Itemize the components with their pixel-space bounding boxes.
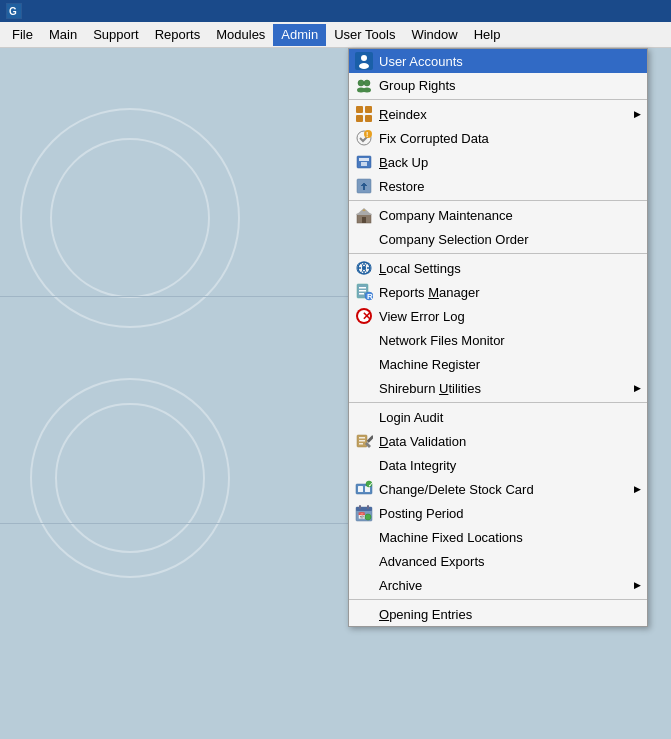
- svg-rect-33: [359, 287, 366, 289]
- svg-text:✓: ✓: [368, 482, 373, 488]
- menu-item-archive[interactable]: Archive: [349, 573, 647, 597]
- view-error-log-label: View Error Log: [379, 309, 639, 324]
- menu-item-machine-register[interactable]: Machine Register: [349, 352, 647, 376]
- menu-support[interactable]: Support: [85, 24, 147, 46]
- shireburn-utilities-label: Shireburn Utilities: [379, 381, 639, 396]
- menu-item-backup[interactable]: Back Up: [349, 150, 647, 174]
- svg-rect-53: [356, 507, 372, 511]
- archive-icon: [355, 576, 373, 594]
- watermark-circle-4: [55, 403, 205, 553]
- menu-item-restore[interactable]: Restore: [349, 174, 647, 198]
- machine-fixed-locations-icon: [355, 528, 373, 546]
- data-validation-icon: [355, 432, 373, 450]
- separator-1: [349, 99, 647, 100]
- menu-main[interactable]: Main: [41, 24, 85, 46]
- menu-window[interactable]: Window: [403, 24, 465, 46]
- data-validation-label: Data Validation: [379, 434, 639, 449]
- separator-3: [349, 253, 647, 254]
- svg-text:📅: 📅: [358, 512, 366, 520]
- left-divider-1: [0, 296, 360, 297]
- posting-period-icon: 📅: [355, 504, 373, 522]
- svg-text:G: G: [9, 6, 17, 17]
- reports-manager-label: Reports Manager: [379, 285, 639, 300]
- menu-user-tools[interactable]: User Tools: [326, 24, 403, 46]
- svg-rect-17: [359, 158, 369, 161]
- svg-point-5: [358, 80, 364, 86]
- data-integrity-icon: [355, 456, 373, 474]
- svg-rect-42: [359, 437, 365, 439]
- menu-item-network-files-monitor[interactable]: Network Files Monitor: [349, 328, 647, 352]
- group-rights-label: Group Rights: [379, 78, 639, 93]
- company-maintenance-label: Company Maintenance: [379, 208, 639, 223]
- reindex-icon: [355, 105, 373, 123]
- svg-point-8: [363, 88, 371, 93]
- restore-icon: [355, 177, 373, 195]
- svg-rect-34: [359, 290, 366, 292]
- menu-item-login-audit[interactable]: Login Audit: [349, 405, 647, 429]
- restore-label: Restore: [379, 179, 639, 194]
- network-files-monitor-label: Network Files Monitor: [379, 333, 639, 348]
- svg-rect-35: [359, 293, 364, 295]
- menu-item-shireburn-utilities[interactable]: Shireburn Utilities: [349, 376, 647, 400]
- svg-rect-43: [359, 440, 365, 442]
- group-rights-icon: [355, 76, 373, 94]
- svg-rect-55: [367, 505, 369, 509]
- svg-rect-44: [359, 443, 363, 445]
- local-settings-icon: [355, 259, 373, 277]
- change-delete-stock-label: Change/Delete Stock Card: [379, 482, 639, 497]
- svg-text:R: R: [367, 292, 373, 301]
- data-integrity-label: Data Integrity: [379, 458, 639, 473]
- company-maintenance-icon: [355, 206, 373, 224]
- menu-item-posting-period[interactable]: 📅 Posting Period: [349, 501, 647, 525]
- watermark-circle-2: [50, 138, 210, 298]
- svg-rect-20: [363, 185, 365, 190]
- svg-point-6: [364, 80, 370, 86]
- menu-item-company-maintenance[interactable]: Company Maintenance: [349, 203, 647, 227]
- separator-2: [349, 200, 647, 201]
- svg-point-4: [359, 63, 369, 69]
- svg-rect-46: [367, 435, 373, 443]
- backup-icon: [355, 153, 373, 171]
- menu-modules[interactable]: Modules: [208, 24, 273, 46]
- menu-help[interactable]: Help: [466, 24, 509, 46]
- menu-item-change-delete-stock[interactable]: ✓ Change/Delete Stock Card: [349, 477, 647, 501]
- machine-fixed-locations-label: Machine Fixed Locations: [379, 530, 639, 545]
- reports-manager-icon: R: [355, 283, 373, 301]
- menu-item-reindex[interactable]: Reindex: [349, 102, 647, 126]
- machine-register-label: Machine Register: [379, 357, 639, 372]
- shireburn-utilities-icon: [355, 379, 373, 397]
- menu-admin[interactable]: Admin: [273, 24, 326, 46]
- opening-entries-icon: [355, 605, 373, 623]
- app-icon: G: [6, 3, 22, 19]
- menu-item-company-selection-order[interactable]: Company Selection Order: [349, 227, 647, 251]
- machine-register-icon: [355, 355, 373, 373]
- menu-item-fix-corrupted[interactable]: ! Fix Corrupted Data: [349, 126, 647, 150]
- menu-item-view-error-log[interactable]: ✕ View Error Log: [349, 304, 647, 328]
- menu-bar: File Main Support Reports Modules Admin …: [0, 22, 671, 48]
- archive-label: Archive: [379, 578, 639, 593]
- svg-rect-23: [362, 217, 366, 223]
- menu-item-data-integrity[interactable]: Data Integrity: [349, 453, 647, 477]
- menu-item-machine-fixed-locations[interactable]: Machine Fixed Locations: [349, 525, 647, 549]
- svg-rect-48: [358, 486, 363, 492]
- menu-item-group-rights[interactable]: Group Rights: [349, 73, 647, 97]
- menu-item-opening-entries[interactable]: Opening Entries: [349, 602, 647, 626]
- menu-item-user-accounts[interactable]: User Accounts: [349, 49, 647, 73]
- menu-item-advanced-exports[interactable]: Advanced Exports: [349, 549, 647, 573]
- advanced-exports-label: Advanced Exports: [379, 554, 639, 569]
- menu-item-data-validation[interactable]: Data Validation: [349, 429, 647, 453]
- menu-file[interactable]: File: [4, 24, 41, 46]
- advanced-exports-icon: [355, 552, 373, 570]
- svg-point-57: [365, 514, 371, 520]
- company-selection-order-label: Company Selection Order: [379, 232, 639, 247]
- svg-rect-54: [359, 505, 361, 509]
- svg-rect-11: [356, 115, 363, 122]
- menu-item-reports-manager[interactable]: R Reports Manager: [349, 280, 647, 304]
- title-bar: G: [0, 0, 671, 22]
- menu-item-local-settings[interactable]: Local Settings: [349, 256, 647, 280]
- left-divider-2: [0, 523, 360, 524]
- opening-entries-label: Opening Entries: [379, 607, 639, 622]
- reindex-label: Reindex: [379, 107, 639, 122]
- menu-reports[interactable]: Reports: [147, 24, 209, 46]
- svg-rect-12: [365, 115, 372, 122]
